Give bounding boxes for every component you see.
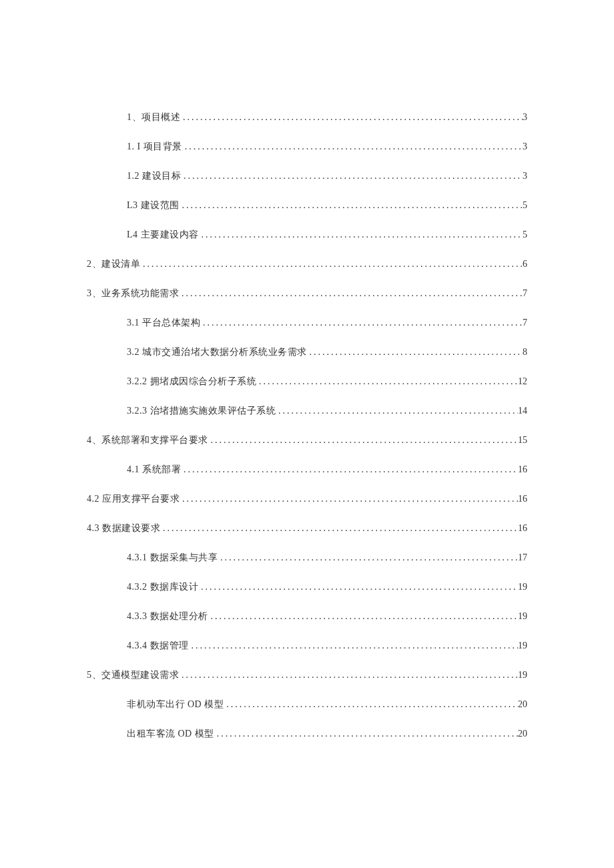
toc-leader-dots xyxy=(200,316,523,330)
toc-leader-dots xyxy=(180,110,523,124)
toc-entry: L3 建设范围5 xyxy=(87,198,527,212)
toc-entry-title: 1、项目概述 xyxy=(127,110,180,124)
toc-entry-title: 3.2.2 拥堵成因综合分析子系统 xyxy=(127,374,256,388)
toc-entry: 出租车客流 OD 模型20 xyxy=(87,727,527,741)
toc-entry-page: 15 xyxy=(518,433,527,447)
toc-entry: L4 主要建设内容5 xyxy=(87,228,527,242)
toc-leader-dots xyxy=(189,638,519,653)
toc-entry-page: 20 xyxy=(518,697,527,711)
toc-entry-page: 16 xyxy=(518,492,527,506)
toc-entry: 5、交通模型建设需求19 xyxy=(87,668,527,682)
toc-leader-dots xyxy=(276,404,518,418)
toc-entry-page: 7 xyxy=(523,316,527,330)
toc-entry: 4.3.1 数据采集与共享17 xyxy=(87,550,527,564)
toc-leader-dots xyxy=(214,727,518,741)
toc-entry: 1.2 建设目标3 xyxy=(87,169,527,183)
toc-entry-title: 出租车客流 OD 模型 xyxy=(127,727,214,741)
toc-entry-title: 4.1 系统部署 xyxy=(127,462,181,476)
toc-leader-dots xyxy=(179,668,518,682)
toc-leader-dots xyxy=(181,169,523,183)
toc-entry-title: 5、交通模型建设需求 xyxy=(87,668,179,682)
table-of-contents: 1、项目概述31. I 项目背景31.2 建设目标3L3 建设范围5L4 主要建… xyxy=(87,110,527,741)
toc-entry: 4.2 应用支撑平台要求16 xyxy=(87,492,527,506)
toc-leader-dots xyxy=(218,550,518,564)
toc-leader-dots xyxy=(208,609,519,623)
toc-entry: 3.1 平台总体架构7 xyxy=(87,316,527,330)
toc-entry: 3.2 城市交通治堵大数据分析系统业务需求8 xyxy=(87,345,527,359)
toc-leader-dots xyxy=(181,462,518,476)
toc-entry-page: 16 xyxy=(518,521,527,535)
toc-entry: 3.2.2 拥堵成因综合分析子系统12 xyxy=(87,374,527,388)
toc-entry-page: 6 xyxy=(523,257,527,271)
toc-entry-title: 1.2 建设目标 xyxy=(127,169,181,183)
toc-leader-dots xyxy=(307,345,523,359)
toc-entry-title: 1. I 项目背景 xyxy=(127,139,182,153)
toc-entry-title: 4.3.4 数据管理 xyxy=(127,638,189,653)
toc-entry-page: 17 xyxy=(518,550,527,564)
toc-entry-page: 16 xyxy=(518,462,527,476)
toc-entry-title: 4.2 应用支撑平台要求 xyxy=(87,492,180,506)
toc-entry: 1. I 项目背景3 xyxy=(87,139,527,153)
toc-entry-title: L4 主要建设内容 xyxy=(127,228,199,242)
toc-entry-page: 19 xyxy=(518,668,527,682)
toc-entry-page: 3 xyxy=(523,110,527,124)
toc-entry: 4.3.3 数据处理分析19 xyxy=(87,609,527,623)
toc-entry-title: L3 建设范围 xyxy=(127,198,180,212)
toc-leader-dots xyxy=(160,521,518,535)
toc-entry-page: 5 xyxy=(523,198,527,212)
toc-leader-dots xyxy=(224,697,518,711)
toc-entry-page: 8 xyxy=(523,345,527,359)
toc-entry-page: 3 xyxy=(523,169,527,183)
toc-entry-page: 14 xyxy=(518,404,527,418)
toc-entry-page: 19 xyxy=(518,638,527,653)
toc-entry-title: 3、业务系统功能需求 xyxy=(87,286,179,300)
toc-leader-dots xyxy=(182,139,523,153)
toc-entry: 4、系统部署和支撑平台要求15 xyxy=(87,433,527,447)
toc-entry-title: 3.2.3 治堵措施实施效果评估子系统 xyxy=(127,404,276,418)
toc-entry-page: 19 xyxy=(518,609,527,623)
toc-entry: 非机动车出行 OD 模型20 xyxy=(87,697,527,711)
toc-entry-page: 19 xyxy=(518,580,527,594)
toc-entry-title: 4.3.1 数据采集与共享 xyxy=(127,550,218,564)
toc-entry-title: 4.3.2 数据库设计 xyxy=(127,580,198,594)
toc-leader-dots xyxy=(180,198,523,212)
toc-entry-title: 4、系统部署和支撑平台要求 xyxy=(87,433,208,447)
toc-leader-dots xyxy=(256,374,518,388)
toc-entry: 3.2.3 治堵措施实施效果评估子系统14 xyxy=(87,404,527,418)
toc-entry: 4.3 数据建设要求16 xyxy=(87,521,527,535)
toc-entry-page: 7 xyxy=(523,286,527,300)
toc-entry: 4.3.4 数据管理19 xyxy=(87,638,527,653)
toc-entry: 4.1 系统部署16 xyxy=(87,462,527,476)
toc-leader-dots xyxy=(199,228,523,242)
toc-entry-title: 非机动车出行 OD 模型 xyxy=(127,697,224,711)
toc-entry-title: 3.1 平台总体架构 xyxy=(127,316,200,330)
toc-entry: 1、项目概述3 xyxy=(87,110,527,124)
toc-entry: 4.3.2 数据库设计19 xyxy=(87,580,527,594)
toc-entry: 3、业务系统功能需求7 xyxy=(87,286,527,300)
toc-leader-dots xyxy=(140,257,523,271)
toc-entry-title: 2、建设清单 xyxy=(87,257,140,271)
toc-entry-title: 3.2 城市交通治堵大数据分析系统业务需求 xyxy=(127,345,307,359)
toc-entry-page: 12 xyxy=(518,374,527,388)
toc-entry-title: 4.3.3 数据处理分析 xyxy=(127,609,208,623)
toc-entry: 2、建设清单6 xyxy=(87,257,527,271)
toc-leader-dots xyxy=(180,492,518,506)
toc-leader-dots xyxy=(198,580,518,594)
toc-entry-title: 4.3 数据建设要求 xyxy=(87,521,160,535)
toc-leader-dots xyxy=(179,286,523,300)
toc-entry-page: 3 xyxy=(523,139,527,153)
toc-entry-page: 20 xyxy=(518,727,527,741)
toc-leader-dots xyxy=(208,433,519,447)
toc-entry-page: 5 xyxy=(523,228,527,242)
